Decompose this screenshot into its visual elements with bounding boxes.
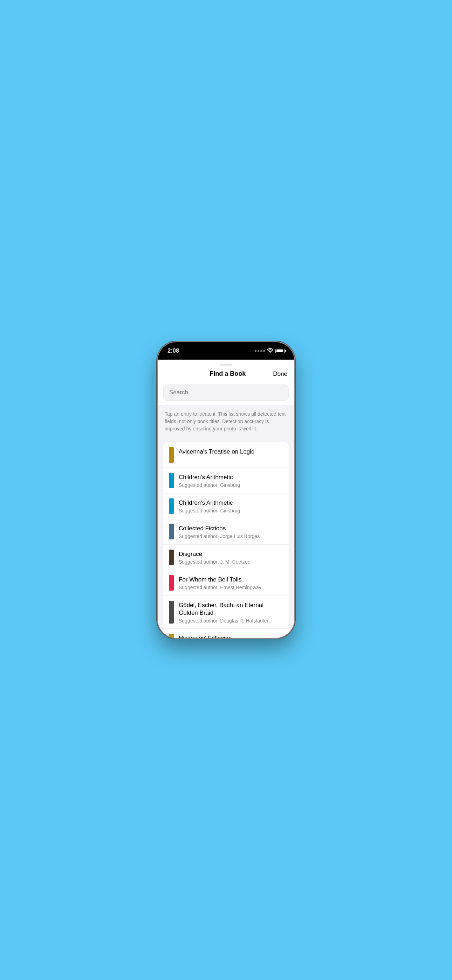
nav-header: Find a Book Done bbox=[158, 370, 294, 382]
book-color-bar bbox=[169, 634, 174, 638]
book-author: Suggested author: Douglas R. Hofstadter bbox=[179, 618, 283, 624]
book-title: For Whom the Bell Tolls bbox=[179, 576, 283, 584]
book-info: Children's ArithmeticSuggested author: G… bbox=[179, 473, 283, 488]
wifi-icon bbox=[267, 348, 273, 354]
book-author: Suggested author: Ernest Hemingway bbox=[179, 585, 283, 590]
search-input[interactable] bbox=[169, 389, 283, 396]
book-color-bar bbox=[169, 575, 174, 590]
modal-title: Find a Book bbox=[182, 370, 273, 377]
list-item[interactable]: Collected FictionsSuggested author: Jorg… bbox=[163, 519, 289, 545]
status-time: 2:08 bbox=[167, 347, 179, 354]
list-item[interactable]: Gödel, Escher, Bach: an Eternal Golden B… bbox=[163, 596, 289, 629]
book-color-bar bbox=[169, 550, 174, 565]
list-item[interactable]: Historians' FallaciesSuggested author: D… bbox=[163, 629, 289, 638]
search-container bbox=[158, 382, 294, 405]
search-input-wrapper[interactable] bbox=[163, 385, 289, 401]
drag-handle bbox=[220, 364, 232, 366]
book-info: Collected FictionsSuggested author: Jorg… bbox=[179, 524, 283, 539]
phone-screen: 2:08 bbox=[158, 342, 294, 638]
book-title: Collected Fictions bbox=[179, 525, 283, 532]
book-author: Suggested author: Jorge Luis Borges bbox=[179, 533, 283, 539]
status-icons bbox=[255, 348, 285, 354]
book-info: Avicenna's Treatise on Logic bbox=[179, 447, 283, 456]
book-author: Suggested author: Ginsburg bbox=[179, 482, 283, 488]
phone-frame: 2:08 bbox=[158, 342, 294, 638]
book-title: Gödel, Escher, Bach: an Eternal Golden B… bbox=[179, 601, 283, 617]
done-button[interactable]: Done bbox=[273, 371, 287, 377]
book-color-bar bbox=[169, 601, 174, 624]
book-title: Children's Arithmetic bbox=[179, 474, 283, 481]
book-author: Suggested author: J. M. Coetzee bbox=[179, 559, 283, 565]
list-item[interactable]: Children's ArithmeticSuggested author: G… bbox=[163, 493, 289, 519]
book-info: Children's ArithmeticSuggested author: G… bbox=[179, 498, 283, 514]
drag-handle-area bbox=[158, 360, 294, 370]
book-title: Disgrace bbox=[179, 550, 283, 558]
book-info: Historians' FallaciesSuggested author: D… bbox=[179, 634, 283, 638]
list-item[interactable]: Children's ArithmeticSuggested author: G… bbox=[163, 468, 289, 493]
book-color-bar bbox=[169, 473, 174, 488]
book-info: Gödel, Escher, Bach: an Eternal Golden B… bbox=[179, 601, 283, 624]
list-item[interactable]: For Whom the Bell TollsSuggested author:… bbox=[163, 570, 289, 596]
battery-fill bbox=[277, 350, 283, 352]
info-area: Tap an entry to locate it. This list sho… bbox=[158, 405, 294, 438]
book-color-bar bbox=[169, 447, 174, 463]
book-title: Avicenna's Treatise on Logic bbox=[179, 448, 283, 456]
book-info: DisgraceSuggested author: J. M. Coetzee bbox=[179, 550, 283, 565]
book-info: For Whom the Bell TollsSuggested author:… bbox=[179, 575, 283, 590]
content-wrapper[interactable]: Tap an entry to locate it. This list sho… bbox=[158, 405, 294, 638]
signal-dots bbox=[255, 350, 265, 352]
dynamic-island bbox=[205, 346, 247, 358]
status-bar: 2:08 bbox=[158, 342, 294, 360]
info-text: Tap an entry to locate it. This list sho… bbox=[165, 410, 287, 433]
book-title: Historians' Fallacies bbox=[179, 635, 283, 638]
modal-sheet: Find a Book Done Tap an entry to locate … bbox=[158, 360, 294, 638]
book-list: Avicenna's Treatise on LogicChildren's A… bbox=[163, 442, 289, 638]
book-title: Children's Arithmetic bbox=[179, 499, 283, 507]
list-item[interactable]: DisgraceSuggested author: J. M. Coetzee bbox=[163, 545, 289, 570]
book-author: Suggested author: Ginsburg bbox=[179, 508, 283, 514]
list-item[interactable]: Avicenna's Treatise on Logic bbox=[163, 442, 289, 468]
book-color-bar bbox=[169, 524, 174, 539]
book-color-bar bbox=[169, 498, 174, 514]
battery-icon bbox=[275, 349, 285, 353]
